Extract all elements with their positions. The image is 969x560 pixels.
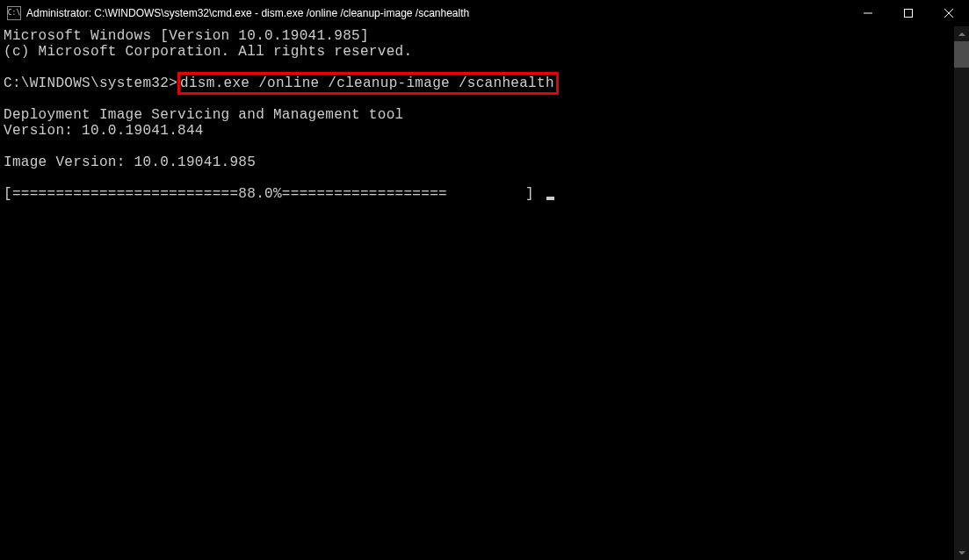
prompt-line: C:\WINDOWS\system32>dism.exe /online /cl… [4,72,559,95]
progress-line: [==========================88.0%========… [4,186,554,202]
scroll-thumb[interactable] [954,41,969,68]
output-line: (c) Microsoft Corporation. All rights re… [4,44,412,60]
progress-bar: [==========================88.0%========… [4,186,543,202]
maximize-icon [904,9,913,18]
titlebar[interactable]: C:\ Administrator: C:\WINDOWS\system32\c… [0,0,969,26]
svg-rect-1 [905,10,913,18]
scroll-up-arrow-icon[interactable] [954,26,969,41]
terminal-output[interactable]: Microsoft Windows [Version 10.0.19041.98… [0,26,954,560]
cmd-icon: C:\ [7,6,21,20]
command-highlight: dism.exe /online /cleanup-image /scanhea… [177,72,559,95]
output-line: Version: 10.0.19041.844 [4,123,204,139]
output-line: Microsoft Windows [Version 10.0.19041.98… [4,28,369,44]
command-text: dism.exe /online /cleanup-image /scanhea… [180,75,554,91]
scroll-down-arrow-icon[interactable] [954,545,969,560]
window-controls [848,0,969,26]
cmd-window: C:\ Administrator: C:\WINDOWS\system32\c… [0,0,969,560]
terminal-area: Microsoft Windows [Version 10.0.19041.98… [0,26,969,560]
minimize-button[interactable] [848,0,888,26]
output-line: Image Version: 10.0.19041.985 [4,154,256,170]
output-line: Deployment Image Servicing and Managemen… [4,107,403,123]
close-icon [944,9,953,18]
vertical-scrollbar[interactable] [954,26,969,560]
close-button[interactable] [929,0,969,26]
prompt-text: C:\WINDOWS\system32> [4,75,177,91]
minimize-icon [864,9,872,18]
cursor-icon [546,197,554,200]
window-title: Administrator: C:\WINDOWS\system32\cmd.e… [26,7,848,19]
maximize-button[interactable] [888,0,929,26]
